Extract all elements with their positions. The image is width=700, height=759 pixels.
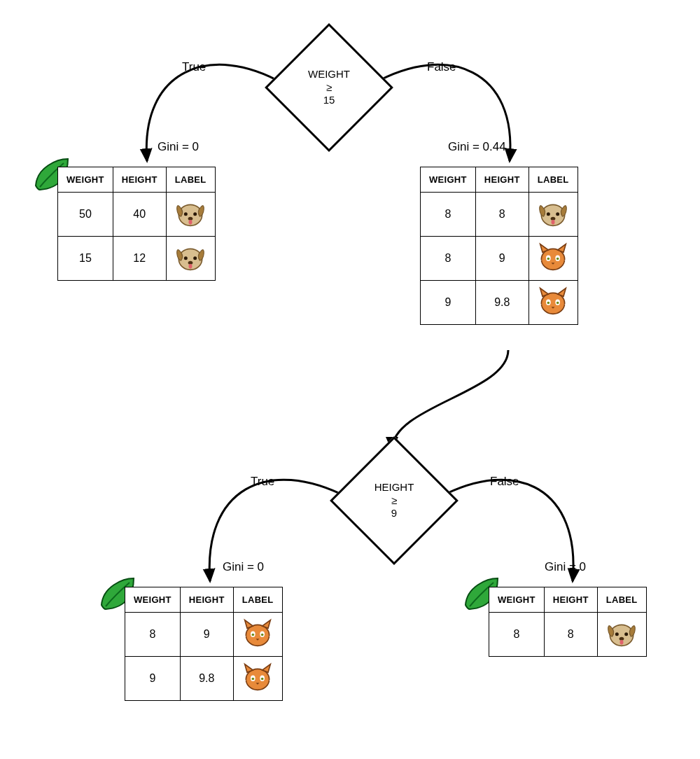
edge-label-true-2: True: [251, 475, 274, 489]
table-header: HEIGHT: [475, 167, 528, 193]
table-row: 1512: [58, 237, 216, 281]
cell-label: [166, 237, 215, 281]
leaf-table-d: WEIGHTHEIGHTLABEL88: [489, 587, 647, 657]
table-row: 5040: [58, 193, 216, 237]
cat-icon: [536, 241, 570, 273]
cell-height: 9.8: [180, 657, 233, 701]
dog-icon: [604, 617, 639, 649]
cell-label: [597, 613, 646, 657]
cell-weight: 8: [489, 613, 545, 657]
decision-node-2: HEIGHT ≥ 9: [330, 436, 458, 565]
table-header: LABEL: [233, 587, 282, 613]
cell-weight: 9: [421, 281, 476, 325]
cell-height: 40: [113, 193, 166, 237]
cell-height: 8: [544, 613, 597, 657]
cell-label: [233, 613, 282, 657]
cell-label: [233, 657, 282, 701]
cell-weight: 9: [125, 657, 181, 701]
table-row: 99.8: [125, 657, 283, 701]
decision1-op: ≥: [326, 81, 332, 95]
cat-icon: [536, 285, 570, 317]
cell-height: 9.8: [475, 281, 528, 325]
cell-height: 8: [475, 193, 528, 237]
cell-weight: 8: [125, 613, 181, 657]
dog-icon: [173, 197, 208, 229]
table-header: LABEL: [166, 167, 215, 193]
edge-label-false-2: False: [490, 475, 519, 489]
cell-height: 12: [113, 237, 166, 281]
cell-label: [528, 281, 578, 325]
decision-node-1: WEIGHT ≥ 15: [265, 23, 393, 152]
table-header: WEIGHT: [421, 167, 476, 193]
cell-weight: 8: [421, 193, 476, 237]
node-table-b: WEIGHTHEIGHTLABEL888999.8: [420, 167, 578, 325]
table-header: LABEL: [528, 167, 578, 193]
table-header: WEIGHT: [58, 167, 113, 193]
gini-label-d: Gini = 0: [545, 560, 586, 574]
cell-label: [528, 193, 578, 237]
dog-icon: [536, 197, 570, 229]
cell-height: 9: [180, 613, 233, 657]
table-row: 88: [421, 193, 578, 237]
table-row: 99.8: [421, 281, 578, 325]
table-row: 89: [125, 613, 283, 657]
decision1-threshold: 15: [323, 94, 335, 107]
cell-weight: 8: [421, 237, 476, 281]
leaf-table-a: WEIGHTHEIGHTLABEL50401512: [57, 167, 216, 281]
leaf-table-c: WEIGHTHEIGHTLABEL8999.8: [125, 587, 283, 701]
decision2-op: ≥: [391, 494, 397, 508]
cell-label: [166, 193, 215, 237]
table-header: LABEL: [597, 587, 646, 613]
cell-weight: 15: [58, 237, 113, 281]
table-header: WEIGHT: [489, 587, 545, 613]
gini-label-b: Gini = 0.44: [448, 140, 506, 154]
decision-tree-diagram: WEIGHT ≥ 15 True False Gini = 0 WEIGHTHE…: [0, 0, 700, 759]
decision2-threshold: 9: [391, 507, 397, 520]
cat-icon: [240, 617, 275, 649]
table-header: HEIGHT: [180, 587, 233, 613]
decision1-feature: WEIGHT: [308, 68, 350, 81]
decision2-feature: HEIGHT: [374, 481, 414, 494]
cat-icon: [240, 661, 275, 693]
cell-weight: 50: [58, 193, 113, 237]
table-header: WEIGHT: [125, 587, 181, 613]
gini-label-c: Gini = 0: [223, 560, 264, 574]
edge-label-false-1: False: [427, 60, 456, 74]
edge-label-true-1: True: [182, 60, 206, 74]
cell-height: 9: [475, 237, 528, 281]
table-row: 88: [489, 613, 647, 657]
cell-label: [528, 237, 578, 281]
dog-icon: [173, 241, 208, 273]
table-header: HEIGHT: [544, 587, 597, 613]
table-header: HEIGHT: [113, 167, 166, 193]
table-row: 89: [421, 237, 578, 281]
gini-label-a: Gini = 0: [158, 140, 199, 154]
